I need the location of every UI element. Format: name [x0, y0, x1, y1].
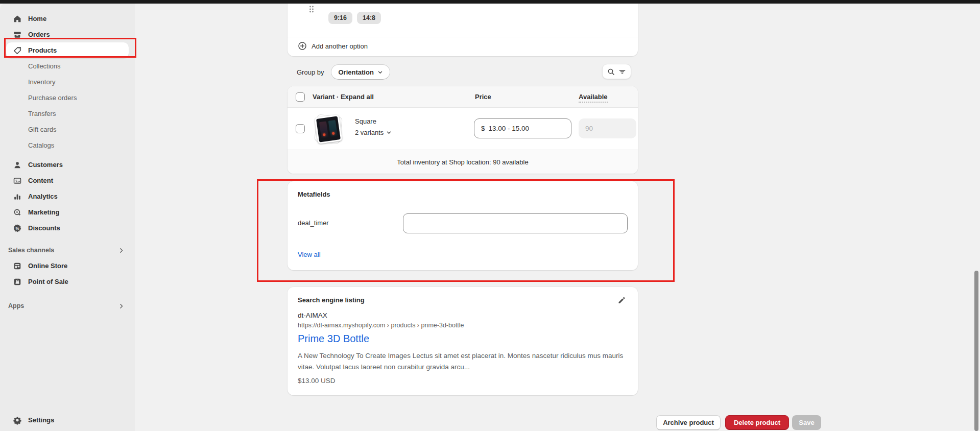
metafield-label: deal_timer	[298, 219, 329, 227]
filter-icon	[618, 68, 626, 76]
add-another-option-button[interactable]: Add another option	[298, 38, 368, 54]
metafields-title: Metafields	[298, 190, 330, 198]
sidebar-item-transfers[interactable]: Transfers	[6, 106, 129, 122]
online-store-icon	[12, 261, 22, 271]
home-icon	[12, 14, 22, 24]
variant-column-header[interactable]: Variant · Expand all	[313, 93, 374, 101]
sidebar-item-label: Content	[28, 177, 53, 184]
sidebar: Home Orders Products Collections Invento…	[0, 4, 135, 431]
products-icon	[12, 45, 22, 56]
metafields-card: Metafields deal_timer View all	[288, 181, 638, 270]
sidebar-item-inventory[interactable]: Inventory	[6, 74, 129, 90]
edit-pencil-icon[interactable]	[614, 295, 629, 306]
sidebar-item-catalogs[interactable]: Catalogs	[6, 137, 129, 153]
sidebar-item-products[interactable]: Products	[6, 42, 129, 58]
sidebar-item-discounts[interactable]: % Discounts	[6, 220, 129, 236]
currency-prefix: $	[481, 125, 485, 132]
variant-row-checkbox[interactable]	[296, 124, 305, 133]
sidebar-item-analytics[interactable]: Analytics	[6, 188, 129, 204]
search-and-filter-button[interactable]	[602, 64, 631, 79]
sidebar-item-label: Analytics	[28, 193, 58, 200]
analytics-icon	[12, 191, 22, 202]
top-bar	[0, 0, 980, 4]
sidebar-item-collections[interactable]: Collections	[6, 58, 129, 74]
sidebar-item-purchase-orders[interactable]: Purchase orders	[6, 90, 129, 106]
seo-breadcrumb-url: https://dt-aimax.myshopify.com › product…	[298, 322, 464, 329]
product-image	[315, 114, 343, 144]
customers-icon	[12, 160, 22, 170]
drag-handle-icon[interactable]	[308, 4, 315, 14]
view-all-link[interactable]: View all	[298, 251, 321, 258]
seo-page-title-link[interactable]: Prime 3D Bottle	[298, 333, 369, 345]
marketing-icon	[12, 207, 22, 218]
price-column-header: Price	[475, 93, 491, 101]
sidebar-item-label: Marketing	[28, 208, 59, 216]
sidebar-item-label: Point of Sale	[28, 278, 68, 285]
seo-site-name: dt-AIMAX	[298, 312, 327, 319]
sidebar-item-online-store[interactable]: Online Store	[6, 258, 129, 274]
sidebar-item-label: Products	[28, 46, 57, 54]
seo-description: A New Technology To Create Images Lectus…	[298, 350, 632, 373]
group-by-row: Group by Orientation	[288, 64, 638, 80]
sidebar-item-home[interactable]: Home	[6, 11, 129, 27]
inventory-summary: Total inventory at Shop location: 90 ava…	[288, 150, 638, 174]
available-column-header[interactable]: Available	[579, 93, 608, 103]
content-icon	[12, 176, 22, 186]
plus-circle-icon	[298, 41, 307, 51]
sidebar-item-orders[interactable]: Orders	[6, 27, 129, 42]
select-all-checkbox[interactable]	[296, 92, 305, 102]
sidebar-item-content[interactable]: Content	[6, 173, 129, 188]
option-value-pill[interactable]: 9:16	[328, 12, 352, 24]
sidebar-item-label: Discounts	[28, 224, 60, 232]
divider	[288, 37, 638, 37]
sales-channels-header[interactable]: Sales channels	[6, 243, 129, 258]
metafield-deal-timer-input[interactable]	[403, 213, 628, 233]
archive-product-button[interactable]: Archive product	[656, 415, 721, 430]
vertical-scrollbar[interactable]	[974, 271, 978, 431]
price-range-input[interactable]: $ 13.00 - 15.00	[474, 118, 571, 138]
group-by-dropdown[interactable]: Orientation	[331, 64, 390, 80]
option-value-pill[interactable]: 14:8	[357, 12, 381, 24]
sidebar-item-label: Customers	[28, 161, 63, 169]
price-value: 13.00 - 15.00	[489, 125, 530, 132]
chevron-down-icon	[377, 69, 383, 75]
sidebar-item-gift-cards[interactable]: Gift cards	[6, 122, 129, 137]
variant-options-card: Image Ratio 9:16 14:8 Add another option	[288, 0, 638, 56]
variant-thumbnail[interactable]	[314, 114, 344, 144]
seo-price: $13.00 USD	[298, 377, 336, 385]
chevron-down-icon	[386, 130, 392, 135]
svg-text:%: %	[16, 226, 19, 230]
available-quantity-input[interactable]	[579, 118, 636, 138]
search-icon	[607, 68, 615, 76]
discounts-icon: %	[12, 223, 22, 233]
sidebar-item-customers[interactable]: Customers	[6, 157, 129, 173]
footer-action-bar: Archive product Delete product Save	[0, 415, 980, 431]
sidebar-item-label: Online Store	[28, 262, 67, 270]
save-button[interactable]: Save	[792, 415, 821, 430]
variant-name: Square	[355, 117, 376, 125]
sidebar-item-label: Home	[28, 15, 46, 22]
variants-table-header: Variant · Expand all Price Available	[288, 86, 638, 108]
chevron-right-icon	[118, 303, 125, 309]
orders-icon	[12, 30, 22, 40]
delete-product-button[interactable]: Delete product	[725, 415, 789, 430]
sidebar-item-point-of-sale[interactable]: Point of Sale	[6, 274, 129, 290]
variants-table-card: Variant · Expand all Price Available Squ…	[288, 86, 638, 174]
search-engine-listing-card: Search engine listing dt-AIMAX https://d…	[288, 287, 638, 395]
apps-header[interactable]: Apps	[6, 298, 129, 314]
sidebar-item-marketing[interactable]: Marketing	[6, 204, 129, 220]
chevron-right-icon	[118, 247, 125, 254]
point-of-sale-icon	[12, 277, 22, 287]
group-by-label: Group by	[297, 68, 324, 76]
variant-expand-toggle[interactable]: 2 variants	[355, 129, 392, 136]
seo-card-title: Search engine listing	[298, 296, 365, 304]
variant-row: Square 2 variants $ 13.00 - 15.00	[288, 108, 638, 150]
sidebar-item-label: Orders	[28, 31, 50, 38]
